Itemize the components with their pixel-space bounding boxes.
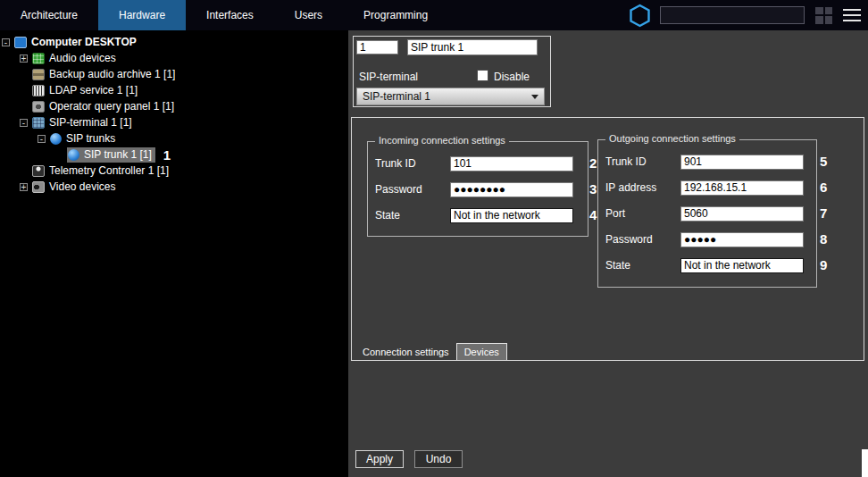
field-label: Port — [605, 207, 680, 220]
trunk-id-input[interactable] — [680, 155, 804, 170]
annotation-6: 6 — [820, 180, 827, 195]
expander-spacer — [20, 71, 28, 79]
tree-item-core[interactable]: Backup audio archive 1 [1] — [31, 67, 179, 82]
field-row-password: Password8 — [605, 231, 816, 247]
operator-query-panel-icon — [32, 101, 45, 113]
undo-button[interactable]: Undo — [414, 450, 463, 468]
tree-item-core[interactable]: LDAP service 1 [1] — [31, 83, 141, 98]
expand-icon[interactable]: + — [20, 54, 28, 63]
field-row-state: State9 — [605, 257, 816, 273]
parent-type-label: SIP-terminal — [359, 71, 418, 83]
tab-architecture[interactable]: Architecture — [0, 0, 98, 30]
field-label: IP address — [605, 181, 680, 194]
tree-item-telemetry-controller-1-1[interactable]: Telemetry Controller 1 [1] — [0, 163, 348, 179]
field-row-port: Port7 — [605, 205, 816, 222]
port-input[interactable] — [680, 206, 804, 222]
disable-checkbox[interactable] — [477, 70, 488, 81]
expander-spacer — [20, 87, 28, 95]
password-input[interactable] — [680, 232, 804, 247]
tab-hardware[interactable]: Hardware — [98, 0, 186, 30]
annotation-5: 5 — [820, 154, 827, 169]
field-row-state: State4 — [375, 207, 588, 223]
collapse-icon[interactable]: - — [20, 119, 28, 127]
search-input[interactable] — [660, 6, 805, 24]
menu-icon[interactable] — [843, 9, 861, 21]
object-id-input[interactable] — [356, 40, 398, 54]
incoming-settings-group: Incoming connection settings Trunk ID2Pa… — [367, 141, 588, 237]
collapse-icon[interactable]: - — [2, 38, 10, 46]
topbar-right — [629, 0, 868, 30]
tree-item-core[interactable]: Computer DESKTOP — [13, 35, 140, 50]
outgoing-group-title: Outgoing connection settings — [605, 133, 739, 144]
tree-item-sip-trunk-1-1[interactable]: SIP trunk 1 [1]1 — [0, 146, 348, 163]
annotation-8: 8 — [820, 231, 827, 247]
tree-item-label: Backup audio archive 1 [1] — [49, 68, 175, 80]
tree-item-ldap-service-1-1[interactable]: LDAP service 1 [1] — [0, 82, 348, 98]
field-label: Trunk ID — [605, 155, 680, 168]
tree-item-video-devices[interactable]: +Video devices — [0, 179, 348, 195]
password-input[interactable] — [450, 182, 573, 197]
tree-item-label: Operator query panel 1 [1] — [49, 100, 174, 113]
expander-spacer — [55, 151, 63, 159]
tree-item-audio-devices[interactable]: +Audio devices — [0, 50, 348, 66]
incoming-group-title: Incoming connection settings — [375, 135, 509, 146]
tree-item-label: Telemetry Controller 1 [1] — [49, 164, 169, 177]
action-buttons: Apply Undo — [355, 450, 473, 468]
scroll-corner — [862, 449, 868, 477]
tree-item-core[interactable]: Telemetry Controller 1 [1] — [31, 163, 172, 179]
chevron-down-icon — [531, 95, 538, 103]
incoming-fields: Trunk ID2Password3State4 — [368, 155, 588, 223]
annotation-4: 4 — [589, 207, 597, 222]
field-label: State — [605, 259, 680, 272]
tree-item-backup-audio-archive-1-1[interactable]: Backup audio archive 1 [1] — [0, 66, 348, 82]
tree-item-computer-desktop[interactable]: -Computer DESKTOP — [0, 34, 348, 50]
tree-item-sip-trunks[interactable]: -SIP trunks — [0, 130, 348, 146]
tree-item-core[interactable]: Video devices — [31, 180, 120, 195]
parent-select[interactable]: SIP-terminal 1 — [356, 88, 545, 105]
collapse-icon[interactable]: - — [38, 135, 46, 143]
topbar: ArchitectureHardwareInterfacesUsersProgr… — [0, 0, 868, 30]
tab-interfaces[interactable]: Interfaces — [186, 0, 274, 30]
brand-hexagon-icon — [629, 4, 651, 28]
outgoing-fields: Trunk ID5IP address6Port7Password8State9 — [598, 154, 816, 273]
tree-item-core[interactable]: Audio devices — [31, 51, 120, 66]
field-label: Password — [605, 233, 680, 246]
tab-connection-settings[interactable]: Connection settings — [359, 344, 453, 360]
tree-item-label: SIP trunks — [66, 132, 115, 145]
state-input[interactable] — [450, 208, 573, 223]
field-label: Trunk ID — [375, 157, 450, 170]
tree-item-label: SIP trunk 1 [1] — [84, 148, 152, 161]
expander-spacer — [20, 167, 28, 175]
video-devices-icon — [32, 181, 45, 193]
outgoing-settings-group: Outgoing connection settings Trunk ID5IP… — [597, 139, 817, 288]
field-label: Password — [375, 183, 450, 196]
tab-programming[interactable]: Programming — [343, 0, 448, 30]
tree-item-label: Video devices — [49, 180, 116, 193]
sip-trunk-icon — [68, 149, 79, 161]
tab-devices[interactable]: Devices — [456, 343, 507, 360]
object-header: SIP-terminal Disable SIP-terminal 1 — [353, 36, 551, 107]
annotation-9: 9 — [820, 257, 827, 272]
tree-item-sip-terminal-1-1[interactable]: -SIP-terminal 1 [1] — [0, 114, 348, 130]
tree-item-operator-query-panel-1-1[interactable]: Operator query panel 1 [1] — [0, 98, 348, 114]
grid-icon[interactable] — [815, 7, 832, 24]
state-input[interactable] — [680, 258, 804, 273]
expand-icon[interactable]: + — [20, 183, 28, 191]
field-row-trunk-id: Trunk ID5 — [605, 154, 816, 170]
ip-address-input[interactable] — [680, 180, 804, 196]
tab-users[interactable]: Users — [274, 0, 343, 30]
ldap-service-icon — [32, 85, 45, 96]
tree-item-core[interactable]: SIP trunk 1 [1] — [67, 147, 155, 163]
field-row-ip-address: IP address6 — [605, 180, 816, 196]
audio-devices-icon — [32, 53, 45, 64]
object-name-input[interactable] — [407, 39, 538, 55]
field-label: State — [375, 209, 450, 222]
tree-item-core[interactable]: SIP trunks — [49, 131, 119, 146]
tree-item-core[interactable]: Operator query panel 1 [1] — [31, 99, 178, 114]
tree-item-label: SIP-terminal 1 [1] — [49, 116, 132, 129]
apply-button[interactable]: Apply — [355, 450, 404, 468]
trunk-id-input[interactable] — [450, 156, 573, 172]
tree-item-core[interactable]: SIP-terminal 1 [1] — [31, 115, 136, 130]
tree-item-label: LDAP service 1 [1] — [49, 84, 138, 96]
expander-spacer — [20, 103, 28, 111]
